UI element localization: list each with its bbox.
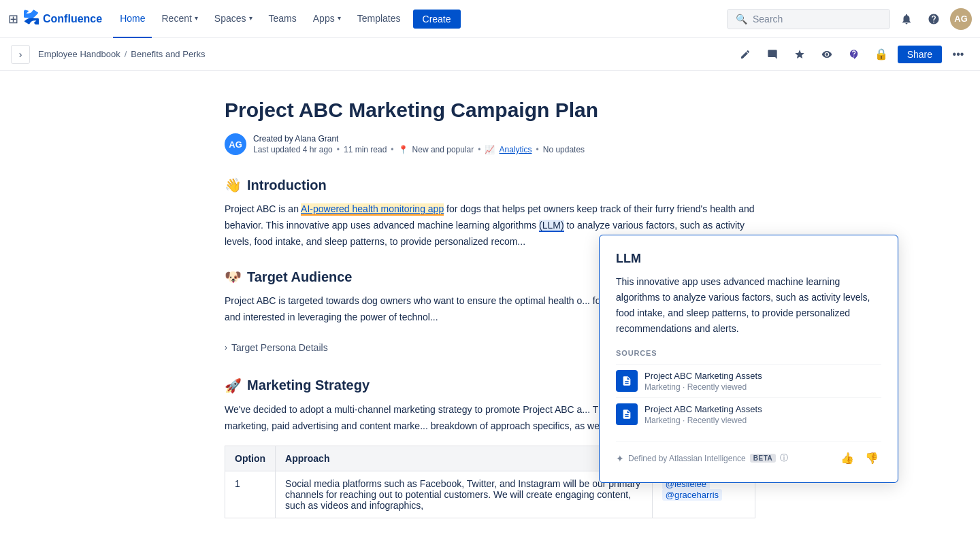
nav-templates[interactable]: Templates <box>350 0 408 38</box>
chevron-down-icon: ▾ <box>249 14 252 22</box>
read-time: 11 min read <box>344 145 387 154</box>
more-button[interactable]: ••• <box>947 44 969 65</box>
meta-created: Created by Alana Grant <box>253 134 585 144</box>
nav-teams[interactable]: Teams <box>262 0 304 38</box>
watch-button[interactable] <box>816 44 838 65</box>
intro-label: Introduction <box>247 178 327 193</box>
sources-label: SOURCES <box>616 349 881 357</box>
ai-popup-body: This innovative app uses advanced machin… <box>616 274 881 337</box>
thumbs-up-button[interactable]: 👍 <box>838 450 857 466</box>
share-button[interactable]: Share <box>898 46 942 63</box>
ai-source-1[interactable]: Project ABC Marketing Assets Marketing ·… <box>616 364 881 397</box>
source-name-1: Project ABC Marketing Assets <box>644 371 762 381</box>
nav-recent[interactable]: Recent ▾ <box>154 0 204 38</box>
page-meta: AG Created by Alana Grant Last updated 4… <box>225 133 755 155</box>
star-button[interactable] <box>789 44 811 65</box>
source-info-1: Project ABC Marketing Assets Marketing ·… <box>644 371 762 392</box>
help-button[interactable] <box>923 8 945 30</box>
notifications-button[interactable] <box>896 8 917 30</box>
breadcrumb-separator: / <box>125 49 127 59</box>
expand-label: Target Persona Details <box>231 342 328 353</box>
nav-spaces[interactable]: Spaces ▾ <box>208 0 259 38</box>
ai-footer-label: Defined by Atlassian Intelligence <box>628 454 746 463</box>
chevron-down-icon: ▾ <box>338 14 341 22</box>
logo[interactable]: Confluence <box>24 10 102 29</box>
col-approach: Approach <box>276 446 653 471</box>
updates: No updates <box>543 145 585 154</box>
last-updated: Last updated 4 hr ago <box>253 145 333 154</box>
search-label: Search <box>753 14 783 24</box>
ai-popup: LLM This innovative app uses advanced ma… <box>599 235 898 483</box>
section-heading-intro: 👋 Introduction <box>225 177 755 193</box>
restrict-button[interactable]: 🔒 <box>870 44 892 65</box>
mention-grace[interactable]: @graceharris <box>662 489 722 501</box>
page-title: Project ABC Marketing Campaign Plan <box>225 98 755 122</box>
create-button[interactable]: Create <box>413 10 461 29</box>
breadcrumb-parent[interactable]: Employee Handbook <box>38 49 120 59</box>
source-meta-2: Marketing · Recently viewed <box>644 416 762 425</box>
source-name-2: Project ABC Marketing Assets <box>644 404 762 414</box>
nav-apps[interactable]: Apps ▾ <box>306 0 348 38</box>
ai-popup-footer: ✦ Defined by Atlassian Intelligence BETA… <box>616 441 881 466</box>
nav-home[interactable]: Home <box>113 0 152 38</box>
analytics-link[interactable]: Analytics <box>499 145 532 154</box>
source-doc-icon-1 <box>616 370 638 392</box>
cell-option: 1 <box>225 471 276 518</box>
breadcrumb-bar: › Employee Handbook / Benefits and Perks… <box>0 38 980 71</box>
page-status: New and popular <box>412 145 474 154</box>
meta-details: Last updated 4 hr ago • 11 min read • 📍 … <box>253 145 585 154</box>
ai-feedback-buttons: 👍 👎 <box>838 450 881 466</box>
source-info-2: Project ABC Marketing Assets Marketing ·… <box>644 404 762 425</box>
beta-badge: BETA <box>750 454 776 463</box>
info-icon[interactable]: ⓘ <box>780 452 788 464</box>
target-emoji: 🐶 <box>225 269 242 285</box>
separator3: • <box>478 145 480 154</box>
separator: • <box>337 145 340 154</box>
analytics-icon: 📈 <box>485 145 495 154</box>
col-option: Option <box>225 446 276 471</box>
separator2: • <box>391 145 393 154</box>
edit-button[interactable] <box>734 44 756 65</box>
breadcrumb-current[interactable]: Benefits and Perks <box>131 49 205 59</box>
llm-link[interactable]: (LLM) <box>539 220 564 232</box>
ai-popup-title: LLM <box>616 252 881 266</box>
marketing-emoji: 🚀 <box>225 378 242 394</box>
author-avatar: AG <box>225 133 246 155</box>
confluence-logo-icon <box>24 10 39 29</box>
target-label: Target Audience <box>247 269 352 285</box>
breadcrumb-actions: 🔒 Share ••• <box>734 44 969 65</box>
intro-emoji: 👋 <box>225 177 242 193</box>
sidebar-toggle[interactable]: › <box>11 45 30 64</box>
top-nav: ⊞ Confluence Home Recent ▾ Spaces ▾ Team… <box>0 0 980 38</box>
expand-chevron-icon: › <box>225 343 227 352</box>
search-icon: 🔍 <box>736 14 747 24</box>
comment-button[interactable] <box>762 44 783 65</box>
cell-approach: Social media platforms such as Facebook,… <box>276 471 653 518</box>
source-meta-1: Marketing · Recently viewed <box>644 382 762 392</box>
ai-app-link[interactable]: AI-powered health monitoring app <box>301 203 444 216</box>
ai-button[interactable] <box>843 44 865 65</box>
marketing-label: Marketing Strategy <box>247 378 370 393</box>
user-avatar[interactable]: AG <box>950 8 972 30</box>
ai-source-2[interactable]: Project ABC Marketing Assets Marketing ·… <box>616 397 881 431</box>
source-doc-icon-2 <box>616 403 638 425</box>
ai-sparkle-icon: ✦ <box>616 453 624 464</box>
meta-info: Created by Alana Grant Last updated 4 hr… <box>253 134 585 154</box>
grid-icon[interactable]: ⊞ <box>8 12 18 27</box>
search-bar[interactable]: 🔍 Search <box>727 9 890 29</box>
ai-footer-branding: ✦ Defined by Atlassian Intelligence BETA… <box>616 452 788 464</box>
thumbs-down-button[interactable]: 👎 <box>862 450 881 466</box>
logo-text: Confluence <box>43 13 102 25</box>
page-status-icon: 📍 <box>398 145 408 154</box>
separator4: • <box>536 145 539 154</box>
chevron-down-icon: ▾ <box>195 14 198 22</box>
breadcrumb: Employee Handbook / Benefits and Perks <box>38 49 734 59</box>
